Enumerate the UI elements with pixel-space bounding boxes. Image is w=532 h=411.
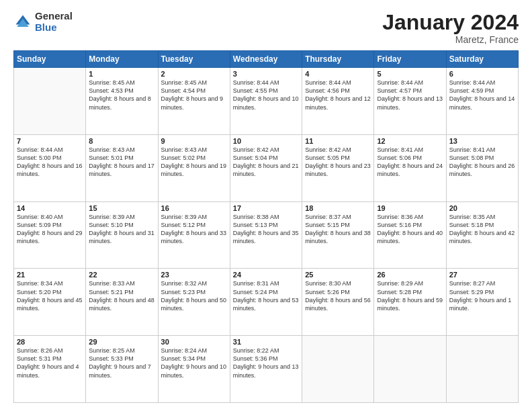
calendar-cell: 1Sunrise: 8:45 AM Sunset: 4:53 PM Daylig… xyxy=(86,68,158,135)
day-number: 14 xyxy=(17,204,83,212)
week-row-3: 21Sunrise: 8:34 AM Sunset: 5:20 PM Dayli… xyxy=(14,269,519,336)
calendar-cell xyxy=(302,336,374,403)
cell-details: Sunrise: 8:41 AM Sunset: 5:06 PM Dayligh… xyxy=(377,146,443,179)
calendar-cell: 24Sunrise: 8:31 AM Sunset: 5:24 PM Dayli… xyxy=(230,269,302,336)
cell-details: Sunrise: 8:41 AM Sunset: 5:08 PM Dayligh… xyxy=(449,146,515,179)
day-header-friday: Friday xyxy=(374,51,446,68)
day-header-thursday: Thursday xyxy=(302,51,374,68)
day-header-tuesday: Tuesday xyxy=(158,51,230,68)
day-number: 18 xyxy=(305,204,371,212)
calendar-cell: 21Sunrise: 8:34 AM Sunset: 5:20 PM Dayli… xyxy=(14,269,86,336)
day-number: 5 xyxy=(377,70,443,78)
day-number: 27 xyxy=(449,271,515,279)
cell-details: Sunrise: 8:44 AM Sunset: 4:55 PM Dayligh… xyxy=(233,79,299,111)
cell-details: Sunrise: 8:44 AM Sunset: 5:00 PM Dayligh… xyxy=(17,146,83,179)
title-block: January 2024 Maretz, France xyxy=(382,11,519,45)
cell-details: Sunrise: 8:29 AM Sunset: 5:28 PM Dayligh… xyxy=(377,279,443,312)
day-number: 29 xyxy=(89,338,154,346)
day-number: 13 xyxy=(449,137,515,145)
cell-details: Sunrise: 8:30 AM Sunset: 5:26 PM Dayligh… xyxy=(305,279,371,312)
logo-general: General xyxy=(35,11,73,22)
logo-icon xyxy=(13,13,32,32)
day-number: 22 xyxy=(89,271,154,279)
cell-details: Sunrise: 8:34 AM Sunset: 5:20 PM Dayligh… xyxy=(17,279,83,312)
calendar-cell: 2Sunrise: 8:45 AM Sunset: 4:54 PM Daylig… xyxy=(158,68,230,135)
cell-details: Sunrise: 8:42 AM Sunset: 5:05 PM Dayligh… xyxy=(305,146,371,179)
calendar-cell: 15Sunrise: 8:39 AM Sunset: 5:10 PM Dayli… xyxy=(86,201,158,269)
header-row: SundayMondayTuesdayWednesdayThursdayFrid… xyxy=(14,51,519,68)
calendar-table: SundayMondayTuesdayWednesdayThursdayFrid… xyxy=(13,50,519,403)
week-row-0: 1Sunrise: 8:45 AM Sunset: 4:53 PM Daylig… xyxy=(14,68,519,135)
cell-details: Sunrise: 8:40 AM Sunset: 5:09 PM Dayligh… xyxy=(17,213,83,246)
logo-blue: Blue xyxy=(35,22,73,34)
calendar-cell: 27Sunrise: 8:27 AM Sunset: 5:29 PM Dayli… xyxy=(446,269,518,336)
week-row-4: 28Sunrise: 8:26 AM Sunset: 5:31 PM Dayli… xyxy=(14,336,519,403)
day-number: 1 xyxy=(89,70,154,78)
cell-details: Sunrise: 8:39 AM Sunset: 5:10 PM Dayligh… xyxy=(89,213,154,246)
day-number: 12 xyxy=(377,137,443,145)
cell-details: Sunrise: 8:32 AM Sunset: 5:23 PM Dayligh… xyxy=(161,279,227,312)
cell-details: Sunrise: 8:45 AM Sunset: 4:54 PM Dayligh… xyxy=(161,79,227,111)
day-header-monday: Monday xyxy=(86,51,158,68)
day-header-wednesday: Wednesday xyxy=(230,51,302,68)
header: General Blue January 2024 Maretz, France xyxy=(13,11,519,45)
day-number: 9 xyxy=(161,137,227,145)
calendar-cell: 30Sunrise: 8:24 AM Sunset: 5:34 PM Dayli… xyxy=(158,336,230,403)
page: General Blue January 2024 Maretz, France… xyxy=(0,0,532,411)
cell-details: Sunrise: 8:43 AM Sunset: 5:02 PM Dayligh… xyxy=(161,146,227,179)
cell-details: Sunrise: 8:44 AM Sunset: 4:56 PM Dayligh… xyxy=(305,79,371,111)
calendar-cell: 12Sunrise: 8:41 AM Sunset: 5:06 PM Dayli… xyxy=(374,134,446,201)
calendar-cell: 25Sunrise: 8:30 AM Sunset: 5:26 PM Dayli… xyxy=(302,269,374,336)
cell-details: Sunrise: 8:39 AM Sunset: 5:12 PM Dayligh… xyxy=(161,213,227,246)
calendar-cell: 4Sunrise: 8:44 AM Sunset: 4:56 PM Daylig… xyxy=(302,68,374,135)
day-number: 2 xyxy=(161,70,227,78)
day-number: 6 xyxy=(449,70,515,78)
day-number: 20 xyxy=(449,204,515,212)
calendar-cell: 11Sunrise: 8:42 AM Sunset: 5:05 PM Dayli… xyxy=(302,134,374,201)
calendar-cell: 7Sunrise: 8:44 AM Sunset: 5:00 PM Daylig… xyxy=(14,134,86,201)
day-number: 11 xyxy=(305,137,371,145)
day-number: 16 xyxy=(161,204,227,212)
calendar-cell: 13Sunrise: 8:41 AM Sunset: 5:08 PM Dayli… xyxy=(446,134,518,201)
day-number: 15 xyxy=(89,204,154,212)
day-header-sunday: Sunday xyxy=(14,51,86,68)
calendar-cell: 14Sunrise: 8:40 AM Sunset: 5:09 PM Dayli… xyxy=(14,201,86,269)
day-number: 30 xyxy=(161,338,227,346)
day-number: 21 xyxy=(17,271,83,279)
day-number: 23 xyxy=(161,271,227,279)
cell-details: Sunrise: 8:38 AM Sunset: 5:13 PM Dayligh… xyxy=(233,213,299,246)
day-number: 10 xyxy=(233,137,299,145)
calendar-cell: 29Sunrise: 8:25 AM Sunset: 5:33 PM Dayli… xyxy=(86,336,158,403)
cell-details: Sunrise: 8:44 AM Sunset: 4:59 PM Dayligh… xyxy=(449,79,515,111)
cell-details: Sunrise: 8:31 AM Sunset: 5:24 PM Dayligh… xyxy=(233,279,299,312)
cell-details: Sunrise: 8:24 AM Sunset: 5:34 PM Dayligh… xyxy=(161,347,227,379)
calendar-cell: 28Sunrise: 8:26 AM Sunset: 5:31 PM Dayli… xyxy=(14,336,86,403)
calendar-cell: 18Sunrise: 8:37 AM Sunset: 5:15 PM Dayli… xyxy=(302,201,374,269)
week-row-2: 14Sunrise: 8:40 AM Sunset: 5:09 PM Dayli… xyxy=(14,201,519,269)
day-number: 8 xyxy=(89,137,154,145)
day-number: 17 xyxy=(233,204,299,212)
calendar-cell: 20Sunrise: 8:35 AM Sunset: 5:18 PM Dayli… xyxy=(446,201,518,269)
calendar-cell: 8Sunrise: 8:43 AM Sunset: 5:01 PM Daylig… xyxy=(86,134,158,201)
day-number: 4 xyxy=(305,70,371,78)
calendar-cell: 23Sunrise: 8:32 AM Sunset: 5:23 PM Dayli… xyxy=(158,269,230,336)
calendar-cell: 3Sunrise: 8:44 AM Sunset: 4:55 PM Daylig… xyxy=(230,68,302,135)
cell-details: Sunrise: 8:27 AM Sunset: 5:29 PM Dayligh… xyxy=(449,279,515,312)
logo: General Blue xyxy=(13,11,73,33)
cell-details: Sunrise: 8:22 AM Sunset: 5:36 PM Dayligh… xyxy=(233,347,299,379)
day-number: 28 xyxy=(17,338,83,346)
calendar-cell xyxy=(446,336,518,403)
cell-details: Sunrise: 8:44 AM Sunset: 4:57 PM Dayligh… xyxy=(377,79,443,111)
calendar-cell: 17Sunrise: 8:38 AM Sunset: 5:13 PM Dayli… xyxy=(230,201,302,269)
cell-details: Sunrise: 8:25 AM Sunset: 5:33 PM Dayligh… xyxy=(89,347,154,379)
cell-details: Sunrise: 8:37 AM Sunset: 5:15 PM Dayligh… xyxy=(305,213,371,246)
calendar-cell: 22Sunrise: 8:33 AM Sunset: 5:21 PM Dayli… xyxy=(86,269,158,336)
calendar-cell: 9Sunrise: 8:43 AM Sunset: 5:02 PM Daylig… xyxy=(158,134,230,201)
day-number: 24 xyxy=(233,271,299,279)
month-title: January 2024 xyxy=(382,11,519,34)
cell-details: Sunrise: 8:43 AM Sunset: 5:01 PM Dayligh… xyxy=(89,146,154,179)
day-number: 26 xyxy=(377,271,443,279)
cell-details: Sunrise: 8:45 AM Sunset: 4:53 PM Dayligh… xyxy=(89,79,154,111)
calendar-cell xyxy=(374,336,446,403)
day-number: 3 xyxy=(233,70,299,78)
